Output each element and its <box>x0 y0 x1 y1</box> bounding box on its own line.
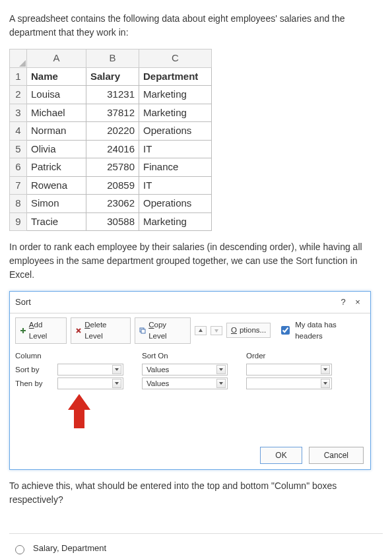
cell: IT <box>139 176 212 195</box>
cell: Marketing <box>139 212 212 231</box>
dialog-title: Sort <box>15 296 336 309</box>
svg-marker-6 <box>219 368 223 371</box>
headers-text: My data has headers <box>295 319 365 343</box>
middle-text: In order to rank each employee by their … <box>9 240 383 282</box>
cell: IT <box>139 140 212 158</box>
dropdown[interactable] <box>57 364 123 375</box>
red-arrow-icon <box>68 394 90 428</box>
dialog-toolbar: Add Level Delete Level Copy Level Option… <box>10 313 370 348</box>
dropdown[interactable] <box>246 377 332 389</box>
answer-radio[interactable] <box>15 545 24 554</box>
cell: Louisa <box>27 86 86 104</box>
cell: 24016 <box>86 140 139 158</box>
sort-grid: Column Sort On Order Sort byValuesThen b… <box>10 348 370 441</box>
row-header: 5 <box>10 140 27 158</box>
cell: 20220 <box>86 122 139 141</box>
sort-dialog: Sort ? × Add Level Delete Level Copy Lev… <box>9 291 371 470</box>
dialog-titlebar: Sort ? × <box>10 292 370 313</box>
svg-marker-10 <box>323 382 327 385</box>
move-down-button[interactable] <box>211 326 222 335</box>
row-header: 6 <box>10 158 27 177</box>
cell: 31231 <box>86 86 139 104</box>
grid-col-sorton: Sort On <box>142 350 228 362</box>
question-text: To achieve this, what should be entered … <box>9 479 383 507</box>
answer-options: Salary, DepartmentColumn A, Column BColu… <box>9 533 383 555</box>
cell: Michael <box>27 104 86 122</box>
dropdown[interactable] <box>57 377 123 389</box>
svg-marker-3 <box>199 329 203 332</box>
svg-rect-2 <box>141 329 145 333</box>
cell: Marketing <box>139 104 212 122</box>
svg-marker-9 <box>219 382 223 385</box>
dropdown[interactable]: Values <box>142 377 228 389</box>
svg-marker-4 <box>214 329 218 333</box>
cell: Finance <box>139 158 212 177</box>
ok-button[interactable]: OK <box>260 447 302 464</box>
answer-text: Salary, Department <box>33 542 106 555</box>
cell: 23062 <box>86 195 139 213</box>
svg-marker-5 <box>115 368 119 371</box>
cell: Simon <box>27 195 86 213</box>
cell: Marketing <box>139 86 212 104</box>
row-header: 2 <box>10 86 27 104</box>
copy-level-button[interactable]: Copy Level <box>135 317 191 344</box>
row-header: 1 <box>10 67 27 86</box>
headers-checkbox-label[interactable]: My data has headers <box>278 319 365 343</box>
cell: Department <box>139 67 212 86</box>
plus-icon <box>20 327 26 334</box>
help-button[interactable]: ? <box>336 296 350 309</box>
cell: 25780 <box>86 158 139 177</box>
answer-option[interactable]: Salary, Department <box>9 534 383 555</box>
row-header: 8 <box>10 195 27 213</box>
add-level-button[interactable]: Add Level <box>15 317 67 344</box>
grid-col-column: Column <box>15 350 55 362</box>
cell: Olivia <box>27 140 86 158</box>
copy-icon <box>139 327 146 334</box>
col-header-a: A <box>27 49 86 68</box>
row-header: 9 <box>10 212 27 231</box>
chevron-up-icon <box>198 328 203 333</box>
cell: Operations <box>139 122 212 141</box>
spreadsheet-table: A B C 1NameSalaryDepartment2Louisa31231M… <box>9 49 212 231</box>
close-button[interactable]: × <box>350 296 365 309</box>
dropdown[interactable]: Values <box>142 364 228 375</box>
delete-level-button[interactable]: Delete Level <box>71 317 131 344</box>
col-header-c: C <box>139 49 212 68</box>
sorton-value: Values <box>144 364 216 375</box>
chevron-down-icon <box>214 328 219 333</box>
svg-marker-7 <box>323 368 327 371</box>
grid-col-order: Order <box>246 350 332 362</box>
move-up-button[interactable] <box>195 326 207 335</box>
cell: Rowena <box>27 176 86 195</box>
x-icon <box>75 327 82 334</box>
cell: Patrick <box>27 158 86 177</box>
row-header: 7 <box>10 176 27 195</box>
cancel-button[interactable]: Cancel <box>309 447 364 464</box>
sort-row-label: Then by <box>15 378 55 389</box>
cell: 20859 <box>86 176 139 195</box>
sorton-value: Values <box>144 378 216 389</box>
cell: Name <box>27 67 86 86</box>
dialog-footer: OK Cancel <box>10 441 370 469</box>
svg-marker-8 <box>115 382 119 385</box>
headers-checkbox[interactable] <box>281 326 290 335</box>
options-button[interactable]: Options... <box>226 323 271 338</box>
select-all-icon <box>19 60 26 67</box>
cell: Norman <box>27 122 86 141</box>
row-header: 4 <box>10 122 27 141</box>
cell-corner <box>10 49 27 68</box>
svg-marker-11 <box>68 394 90 428</box>
sort-row-label: Sort by <box>15 364 55 375</box>
cell: Operations <box>139 195 212 213</box>
col-header-b: B <box>86 49 139 68</box>
row-header: 3 <box>10 104 27 122</box>
cell: Tracie <box>27 212 86 231</box>
dropdown[interactable] <box>246 364 332 375</box>
intro-text: A spreadsheet contains the following dat… <box>9 12 383 40</box>
cell: Salary <box>86 67 139 86</box>
cell: 37812 <box>86 104 139 122</box>
svg-marker-0 <box>19 60 26 67</box>
cell: 30588 <box>86 212 139 231</box>
